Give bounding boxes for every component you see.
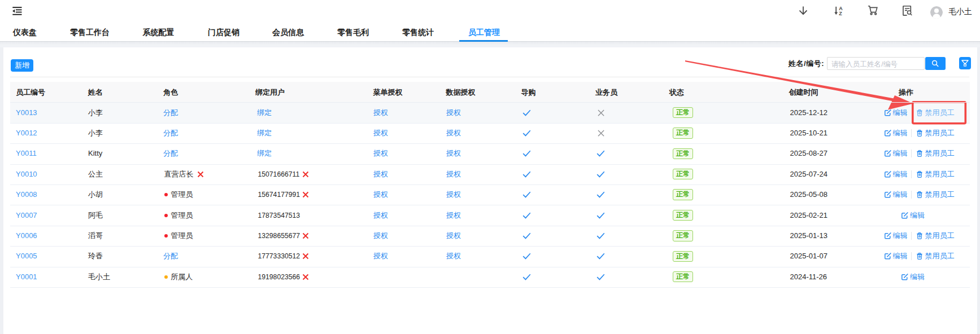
- svg-text:Z: Z: [839, 11, 842, 16]
